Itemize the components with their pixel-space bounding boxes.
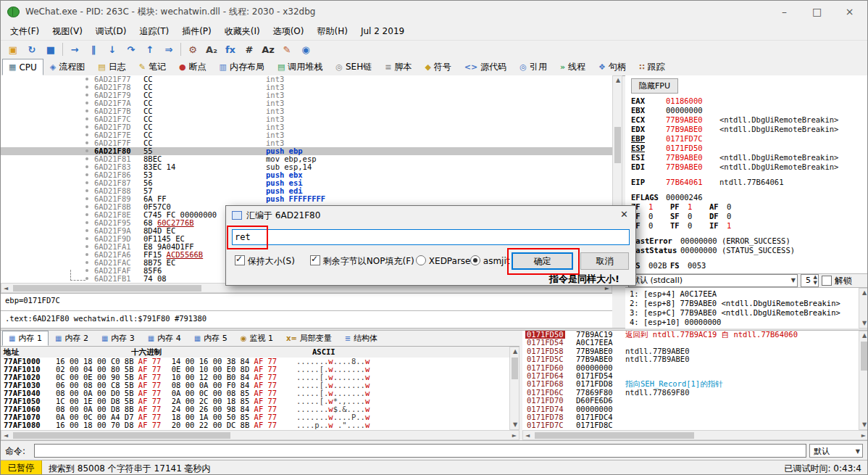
minimize-button[interactable]: – — [768, 1, 801, 22]
tab-struct[interactable]: ≡结构体 — [338, 331, 384, 346]
tab-threads[interactable]: »线程 — [554, 59, 592, 75]
stack-hscrollbar[interactable]: ◄ ► — [522, 430, 868, 440]
disasm-row[interactable]: 6AD21F896A FFpush FFFFFFFF — [1, 195, 612, 203]
tab-notes[interactable]: ✎笔记 — [133, 59, 172, 75]
stack-hscroll-thumb[interactable] — [535, 432, 694, 439]
breakpoint-dot-icon[interactable] — [85, 221, 88, 224]
breakpoint-dot-icon[interactable] — [85, 253, 88, 256]
keep-size-checkbox[interactable]: 保持大小(S) — [235, 255, 295, 268]
asmjit-radio[interactable]: asmjit — [470, 255, 510, 266]
compass-button[interactable]: ◉ — [296, 41, 315, 57]
checkbox-icon[interactable] — [310, 255, 320, 265]
tab-symbols[interactable]: ◆符号 — [418, 59, 457, 75]
stop-button[interactable]: ■ — [41, 41, 60, 57]
maximize-button[interactable]: □ — [801, 1, 833, 22]
argument-row[interactable]: 1: [esp+4] A0C17EEA — [630, 289, 868, 299]
tab-dump-1[interactable]: ▦内存 1 — [2, 331, 49, 346]
tab-log[interactable]: ▤日志 — [91, 59, 132, 75]
tab-graph[interactable]: ◈流程图 — [43, 59, 91, 75]
tab-dump-3[interactable]: ▦内存 3 — [95, 331, 141, 346]
tab-trace[interactable]: ∷跟踪 — [633, 59, 672, 75]
step-out-button[interactable]: ↑ — [141, 41, 159, 57]
arg-count-spinner[interactable]: 5 ▲▼ — [801, 274, 819, 287]
menu-view[interactable]: 视图(V) — [46, 23, 89, 40]
ok-button[interactable]: 确定 — [512, 252, 573, 270]
restart-button[interactable]: ↻ — [22, 41, 41, 57]
convention-combobox[interactable]: 默认 (stdcall) ▼ — [628, 274, 798, 287]
menu-plugins[interactable]: 插件(P) — [175, 23, 218, 40]
xedparse-radio[interactable]: XEDParse — [416, 255, 471, 266]
stack-row[interactable]: 0171FD7C0171FD8C — [522, 421, 859, 429]
memory-hscroll-thumb[interactable] — [13, 432, 230, 439]
breakpoint-dot-icon[interactable] — [85, 133, 88, 136]
tab-script[interactable]: ≡脚本 — [378, 59, 418, 75]
disasm-row[interactable]: 6AD21F7DCCint3 — [1, 123, 612, 131]
tab-cpu[interactable]: ▦CPU — [2, 59, 43, 75]
tab-dump-2[interactable]: ▦内存 2 — [49, 331, 95, 346]
stack-row[interactable]: 0171FD54A0C17EEA — [522, 339, 859, 347]
stack-vscroll-thumb[interactable] — [861, 342, 867, 371]
breakpoint-dot-icon[interactable] — [85, 197, 88, 200]
menu-options[interactable]: 选项(O) — [267, 23, 311, 40]
breakpoint-dot-icon[interactable] — [85, 102, 88, 104]
segment-registers-row[interactable]: GS002BFS0053 — [631, 261, 868, 270]
register-ebx[interactable]: EBX00000000 — [631, 106, 868, 115]
memory-vscrollbar[interactable]: ▲ ▼ — [509, 347, 519, 430]
breakpoint-dot-icon[interactable] — [85, 110, 88, 112]
stack-row[interactable]: 0171FD6000000000 — [522, 364, 859, 372]
breakpoint-dot-icon[interactable] — [85, 189, 88, 192]
breakpoint-dot-icon[interactable] — [85, 261, 88, 264]
command-input[interactable] — [34, 444, 806, 458]
menu-build-date[interactable]: Jul 2 2019 — [354, 24, 411, 38]
last-status-row[interactable]: LastStatus00000000 (STATUS_SUCCESS) — [631, 246, 868, 255]
hash-button[interactable]: # — [240, 41, 259, 57]
argument-row[interactable]: 2: [esp+8] 77B9ABE0 <ntdll.DbgUiRemoteBr… — [630, 299, 868, 308]
step-over-button[interactable]: ↷ — [122, 41, 141, 57]
disasm-vscroll-thumb[interactable] — [614, 127, 621, 163]
stack-view[interactable]: 0171FD5077B9AC19返回到 ntdll.77B9AC19 自 ntd… — [522, 331, 859, 430]
stack-row[interactable]: 0171FD70D60FE6D6 — [522, 397, 859, 405]
checkbox-icon[interactable] — [235, 255, 245, 265]
stack-row[interactable]: 0171FD5C77B9ABE0ntdll.77B9ABE0 — [522, 355, 859, 363]
tab-dump-5[interactable]: ▦内存 5 — [188, 331, 234, 346]
register-eax[interactable]: EAX01186000 — [631, 96, 868, 106]
tab-handles[interactable]: ❖句柄 — [592, 59, 633, 75]
tab-locals[interactable]: x=局部变量 — [280, 331, 338, 346]
stack-row[interactable]: 0171FD5877B9ABE0ntdll.77B9ABE0 — [522, 347, 859, 355]
flag-pf[interactable]: PF — [670, 202, 688, 212]
register-edx[interactable]: EDX77B9ABE0<ntdll.DbgUiRemoteBreakin> — [631, 125, 868, 134]
flag-if[interactable]: IF — [709, 221, 727, 231]
run-button[interactable]: → — [65, 41, 84, 57]
disasm-row[interactable]: 6AD21F7ECCint3 — [1, 131, 612, 139]
breakpoint-dot-icon[interactable] — [85, 229, 88, 232]
argument-row[interactable]: 3: [esp+C] 77B9ABE0 <ntdll.DbgUiRemoteBr… — [630, 308, 868, 318]
stack-row[interactable]: 0171FD6C77869F80ntdll.77869F80 — [522, 389, 859, 397]
register-eflags[interactable]: EFLAGS00000246 — [631, 193, 868, 202]
assemble-dialog-titlebar[interactable]: 汇编于 6AD21F80 ✕ — [226, 206, 635, 225]
close-button[interactable]: × — [833, 1, 866, 22]
disasm-row[interactable]: 6AD21F8383EC 14sub esp,14 — [1, 163, 612, 171]
last-error-row[interactable]: LastError00000000 (ERROR_SUCCESS) — [631, 236, 868, 246]
menu-trace[interactable]: 追踪(T) — [133, 23, 175, 40]
flag-tf[interactable]: TF — [670, 221, 688, 231]
disasm-row[interactable]: 6AD21F78CCint3 — [1, 83, 612, 91]
menu-help[interactable]: 帮助(H) — [310, 23, 354, 40]
breakpoint-dot-icon[interactable] — [85, 245, 88, 248]
disasm-hscroll-thumb[interactable] — [13, 285, 201, 292]
stack-vscrollbar[interactable]: ▲ ▼ — [859, 331, 868, 430]
disasm-row[interactable]: 6AD21F8653push ebx — [1, 171, 612, 179]
disasm-row[interactable]: 6AD21F7ACCint3 — [1, 99, 612, 107]
step-into-button[interactable]: ↓ — [103, 41, 122, 57]
breakpoint-dot-icon[interactable] — [85, 181, 88, 184]
stack-row[interactable]: 0171FD680171FDD8指向SEH_Record[1]的指针 — [522, 380, 859, 388]
dialog-close-icon[interactable]: ✕ — [620, 209, 628, 220]
command-mode-dropdown[interactable]: 默认 ▼ — [809, 444, 863, 458]
uppercase-button[interactable]: A₂ — [202, 41, 221, 57]
breakpoint-dot-icon[interactable] — [85, 277, 88, 280]
disasm-row[interactable]: 6AD21F7CCCint3 — [1, 115, 612, 123]
menu-favourites[interactable]: 收藏夹(I) — [218, 23, 267, 40]
breakpoint-dot-icon[interactable] — [85, 78, 88, 80]
stack-row[interactable]: 0171FD5077B9AC19返回到 ntdll.77B9AC19 自 ntd… — [522, 331, 859, 339]
tab-seh[interactable]: ◎SEH链 — [329, 59, 378, 75]
radio-icon[interactable] — [416, 255, 426, 265]
